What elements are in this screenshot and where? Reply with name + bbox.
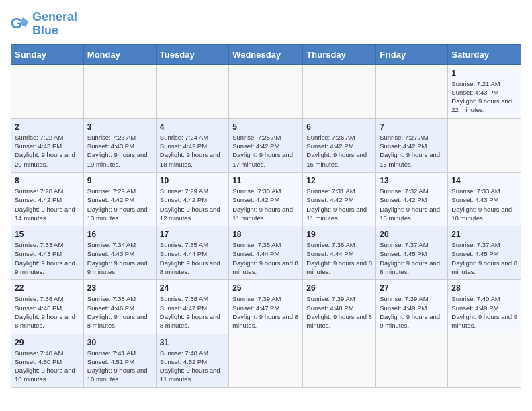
day-cell-27: 27Sunrise: 7:39 AMSunset: 4:49 PMDayligh…	[376, 280, 448, 334]
empty-cell	[303, 64, 376, 118]
svg-text:G: G	[11, 15, 22, 32]
day-cell-16: 16Sunrise: 7:34 AMSunset: 4:43 PMDayligh…	[83, 226, 156, 280]
col-header-monday: Monday	[83, 44, 156, 64]
empty-cell	[11, 64, 84, 118]
empty-cell	[229, 334, 303, 387]
day-cell-20: 20Sunrise: 7:37 AMSunset: 4:45 PMDayligh…	[376, 226, 448, 280]
page-header: G General Blue	[11, 11, 521, 38]
empty-cell	[156, 64, 228, 118]
day-cell-10: 10Sunrise: 7:29 AMSunset: 4:42 PMDayligh…	[156, 172, 228, 226]
day-cell-2: 2Sunrise: 7:22 AMSunset: 4:43 PMDaylight…	[11, 118, 84, 172]
col-header-tuesday: Tuesday	[156, 44, 228, 64]
day-cell-14: 14Sunrise: 7:33 AMSunset: 4:43 PMDayligh…	[448, 172, 521, 226]
empty-cell	[229, 64, 303, 118]
day-cell-5: 5Sunrise: 7:25 AMSunset: 4:42 PMDaylight…	[229, 118, 303, 172]
calendar-table: SundayMondayTuesdayWednesdayThursdayFrid…	[11, 44, 521, 388]
day-cell-13: 13Sunrise: 7:32 AMSunset: 4:42 PMDayligh…	[376, 172, 448, 226]
day-cell-17: 17Sunrise: 7:35 AMSunset: 4:44 PMDayligh…	[156, 226, 228, 280]
col-header-sunday: Sunday	[11, 44, 84, 64]
day-cell-7: 7Sunrise: 7:27 AMSunset: 4:42 PMDaylight…	[376, 118, 448, 172]
logo-text: General Blue	[32, 11, 77, 38]
day-cell-3: 3Sunrise: 7:23 AMSunset: 4:43 PMDaylight…	[83, 118, 156, 172]
day-cell-28: 28Sunrise: 7:40 AMSunset: 4:49 PMDayligh…	[448, 280, 521, 334]
col-header-thursday: Thursday	[303, 44, 376, 64]
day-cell-24: 24Sunrise: 7:38 AMSunset: 4:47 PMDayligh…	[156, 280, 228, 334]
day-cell-22: 22Sunrise: 7:38 AMSunset: 4:46 PMDayligh…	[11, 280, 84, 334]
col-header-friday: Friday	[376, 44, 448, 64]
day-cell-21: 21Sunrise: 7:37 AMSunset: 4:45 PMDayligh…	[448, 226, 521, 280]
day-cell-23: 23Sunrise: 7:38 AMSunset: 4:46 PMDayligh…	[83, 280, 156, 334]
empty-cell	[376, 64, 448, 118]
day-cell-26: 26Sunrise: 7:39 AMSunset: 4:48 PMDayligh…	[303, 280, 376, 334]
day-cell-11: 11Sunrise: 7:30 AMSunset: 4:42 PMDayligh…	[229, 172, 303, 226]
day-cell-29: 29Sunrise: 7:40 AMSunset: 4:50 PMDayligh…	[11, 334, 84, 387]
logo-icon: G	[11, 15, 30, 34]
day-cell-9: 9Sunrise: 7:29 AMSunset: 4:42 PMDaylight…	[83, 172, 156, 226]
empty-cell	[83, 64, 156, 118]
empty-cell	[448, 118, 521, 172]
day-cell-31: 31Sunrise: 7:40 AMSunset: 4:52 PMDayligh…	[156, 334, 228, 387]
day-cell-18: 18Sunrise: 7:35 AMSunset: 4:44 PMDayligh…	[229, 226, 303, 280]
logo: G General Blue	[11, 11, 77, 38]
day-cell-4: 4Sunrise: 7:24 AMSunset: 4:42 PMDaylight…	[156, 118, 228, 172]
empty-cell	[448, 334, 521, 387]
day-cell-15: 15Sunrise: 7:33 AMSunset: 4:43 PMDayligh…	[11, 226, 84, 280]
day-cell-1: 1Sunrise: 7:21 AMSunset: 4:43 PMDaylight…	[448, 64, 521, 118]
day-cell-30: 30Sunrise: 7:41 AMSunset: 4:51 PMDayligh…	[83, 334, 156, 387]
day-cell-25: 25Sunrise: 7:39 AMSunset: 4:47 PMDayligh…	[229, 280, 303, 334]
col-header-saturday: Saturday	[448, 44, 521, 64]
empty-cell	[376, 334, 448, 387]
day-cell-19: 19Sunrise: 7:36 AMSunset: 4:44 PMDayligh…	[303, 226, 376, 280]
empty-cell	[303, 334, 376, 387]
day-cell-6: 6Sunrise: 7:26 AMSunset: 4:42 PMDaylight…	[303, 118, 376, 172]
day-cell-8: 8Sunrise: 7:28 AMSunset: 4:42 PMDaylight…	[11, 172, 84, 226]
col-header-wednesday: Wednesday	[229, 44, 303, 64]
day-cell-12: 12Sunrise: 7:31 AMSunset: 4:42 PMDayligh…	[303, 172, 376, 226]
